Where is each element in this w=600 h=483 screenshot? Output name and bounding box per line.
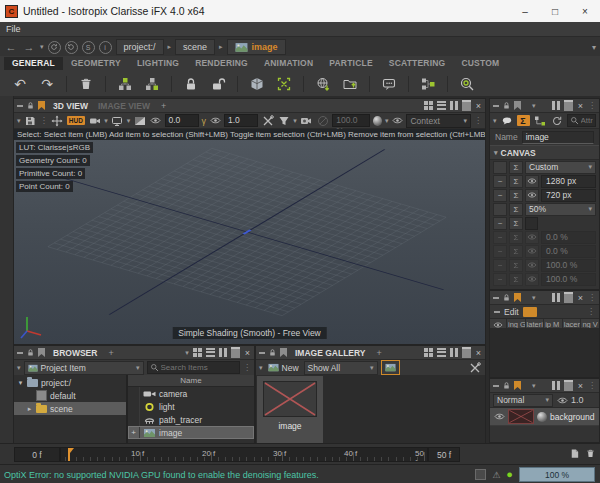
close-button[interactable]: × [570, 0, 600, 22]
sigma-icon[interactable]: Σ [509, 259, 523, 272]
caret-down-icon[interactable]: ▾ [17, 379, 24, 387]
blank-icon[interactable] [493, 203, 507, 216]
menu-file[interactable]: File [6, 24, 21, 34]
panel-dropdown-icon[interactable]: ▾ [532, 294, 536, 302]
warning-icon[interactable]: ⚠ [492, 470, 500, 480]
filter-icon[interactable] [277, 114, 290, 127]
layout-single-icon[interactable] [564, 380, 573, 391]
collapse-icon[interactable] [493, 105, 499, 107]
camera-select-icon[interactable] [88, 114, 101, 127]
lock-icon[interactable] [502, 101, 511, 110]
pin-icon[interactable] [38, 101, 45, 110]
search-options-icon[interactable]: ⋮ [243, 363, 251, 372]
breadcrumb-root[interactable]: project:/ [116, 39, 164, 55]
path-dropdown-icon[interactable]: ▾ [592, 43, 596, 52]
layout-grid-icon[interactable] [193, 348, 197, 352]
tree-item-project[interactable]: ▾project:/ [14, 376, 126, 389]
redo-button[interactable]: ↷ [35, 73, 59, 94]
timeline-start-field[interactable]: 0 f [14, 447, 60, 462]
toolbar-overflow-icon[interactable]: ⋮ [474, 116, 482, 125]
lock-icon[interactable] [502, 293, 511, 302]
layout-columns-icon[interactable] [450, 101, 453, 110]
delete-button[interactable] [74, 73, 98, 94]
bounding-box-button[interactable] [245, 73, 269, 94]
tab-animation[interactable]: ANIMATION [256, 57, 321, 70]
filter-dropdown-icon[interactable]: ▾ [293, 117, 297, 125]
layout-columns-icon[interactable] [219, 348, 222, 357]
pin-icon[interactable] [514, 293, 521, 302]
refresh-back-icon[interactable] [65, 41, 78, 54]
blank-icon[interactable] [493, 161, 507, 174]
refresh-icon[interactable] [550, 114, 564, 127]
expression-toggle[interactable]: Σ [517, 115, 530, 126]
eye-icon[interactable] [556, 395, 568, 405]
minimize-button[interactable]: – [510, 0, 540, 22]
playhead[interactable] [68, 448, 70, 461]
log-icon[interactable] [475, 469, 486, 480]
breadcrumb-current[interactable]: image [227, 39, 286, 55]
tab-geometry[interactable]: GEOMETRY [63, 57, 129, 70]
attribute-dropdown[interactable]: 50%▾ [525, 203, 596, 216]
add-tab-button[interactable]: + [158, 101, 169, 111]
lock-icon[interactable] [268, 348, 277, 357]
layout-single-icon[interactable] [564, 100, 573, 111]
eye-icon[interactable] [150, 116, 162, 126]
edit-tool-icon[interactable] [523, 307, 537, 317]
sigma-icon[interactable]: Σ [509, 175, 523, 188]
collapse-icon[interactable] [259, 352, 265, 354]
eye-icon[interactable] [391, 116, 403, 126]
isolate-selection-button[interactable] [455, 73, 479, 94]
search-input[interactable] [161, 363, 237, 372]
tab-general[interactable]: GENERAL [4, 57, 63, 70]
panel-dropdown-icon[interactable]: ▾ [532, 102, 536, 110]
sigma-icon[interactable]: Σ [509, 245, 523, 258]
timeline-ruler[interactable]: 10 f20 f30 f40 f50 f [60, 447, 428, 462]
panel-options-icon[interactable]: ⋮ [588, 101, 596, 110]
layout-columns-icon[interactable] [552, 101, 555, 110]
video-camera-icon[interactable] [300, 114, 313, 127]
add-note-button[interactable] [377, 73, 401, 94]
eye-icon[interactable] [493, 412, 505, 422]
attribute-value-field[interactable]: 0.0 % [541, 231, 596, 244]
tree-item-default[interactable]: default [14, 389, 126, 402]
toolbar-dropdown-icon[interactable]: ▾ [17, 364, 21, 372]
pin-icon[interactable] [514, 381, 521, 390]
sigma-icon[interactable]: Σ [509, 231, 523, 244]
eye-icon[interactable] [525, 175, 539, 188]
save-view-icon[interactable] [24, 114, 37, 127]
snapshot-icon[interactable]: S [82, 41, 95, 54]
delete-frame-icon[interactable] [585, 448, 596, 459]
lock-icon[interactable] [26, 348, 35, 357]
layout-rows-icon[interactable] [206, 348, 215, 357]
viewport-canvas[interactable]: Select: Select item (LMB) Add item to se… [14, 129, 485, 344]
attribute-checkbox[interactable] [525, 217, 538, 230]
edit-options-icon[interactable]: ⋮ [587, 307, 595, 316]
list-item-camera[interactable]: camera [128, 387, 254, 400]
layout-single-icon[interactable] [564, 292, 573, 303]
list-header-name[interactable]: Name [128, 375, 254, 387]
info-icon[interactable]: i [99, 41, 112, 54]
close-panel-icon[interactable]: × [577, 293, 584, 303]
unlock-button[interactable] [206, 73, 230, 94]
list-item-light[interactable]: light [128, 400, 254, 413]
layout-single-icon[interactable] [231, 347, 240, 358]
wave-icon[interactable]: ~ [493, 245, 507, 258]
caret-right-icon[interactable]: ▸ [26, 405, 33, 413]
panel-options-icon[interactable]: ⋮ [588, 381, 596, 390]
gallery-filter-dropdown[interactable]: Show All ▾ [304, 361, 378, 375]
gallery-settings-icon[interactable] [468, 361, 482, 374]
sigma-icon[interactable]: Σ [509, 217, 523, 230]
wave-icon[interactable]: ~ [493, 273, 507, 286]
comment-icon[interactable] [500, 114, 514, 127]
wave-icon[interactable]: ~ [493, 189, 507, 202]
layout-single-icon[interactable] [462, 100, 471, 111]
layout-columns-icon[interactable] [552, 293, 555, 302]
shading-dropdown-icon[interactable]: ▾ [385, 117, 389, 125]
viewport-tab-3d-view[interactable]: 3D VIEW [48, 101, 93, 111]
add-tab-button[interactable]: + [105, 348, 116, 358]
history-back-icon[interactable]: ← [4, 41, 18, 53]
tab-lighting[interactable]: LIGHTING [129, 57, 187, 70]
lock-button[interactable] [179, 73, 203, 94]
move-tool-icon[interactable] [51, 114, 64, 127]
wave-icon[interactable]: ~ [493, 231, 507, 244]
